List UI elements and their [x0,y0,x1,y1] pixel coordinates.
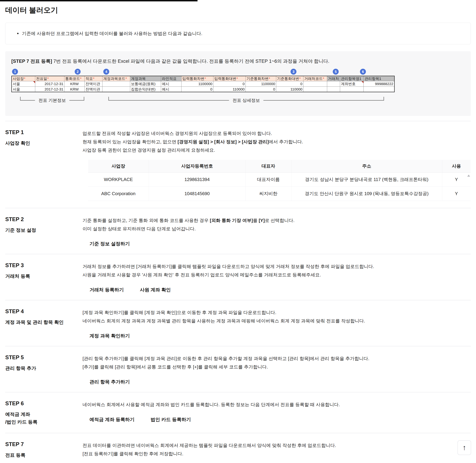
sheet-col-header: 기준통화대변* [276,76,303,81]
step-action-link[interactable]: 계정 과목 확인하기 [90,333,130,339]
sheet-col-label: 전표일 [36,77,47,80]
sheet-cell [303,87,327,92]
scroll-to-top-button[interactable]: ↑ [458,440,471,455]
step-ref-badge-4: 4 [103,69,109,75]
column-group-bracket: 전표 기본정보 [20,97,84,101]
sheet-cell: 0 [213,81,246,87]
sheet-col-label: 적요 [85,77,93,80]
workplace-header-row: 사업장사업자등록번호대표자주소사용 [88,160,471,172]
step-paragraph: [추가]를 클릭해 [관리 항목]에서 공통 코드를 선택한 후 [+]를 클릭… [82,363,471,371]
step-paragraph-text: 사업장 등록 권한이 없으면 경영지원 설정 관리자에게 요청하세요. [82,148,215,153]
step-paragraph: 업로드할 전표에 작성할 사업장은 네이버웍스 경영지원의 사업장으로 등록되어… [82,129,471,138]
sheet-col-label: 입력통화대변 [214,77,236,80]
step7-panel-lead-bold: [STEP 7 전표 등록] [11,59,52,64]
step-right-column: 업로드할 전표에 작성할 사업장은 네이버웍스 경영지원의 사업장으로 등록되어… [82,129,471,201]
step-section-2: STEP 2기준 정보 설정기준 통화를 설정하고, 기준 통화 외에 통화 코… [5,208,471,254]
workplace-cell: 대표자이름 [246,172,291,187]
step-right-column: [계정 과목 확인하기]를 클릭해 [계정 과목 확인]으로 이동한 후 계정 … [82,308,471,339]
sheet-row: 서울2017-12-31KRW잔액이관집합손익(대변)예시01100000110… [12,87,394,92]
sheet-col-header: 입력통화대변* [213,76,246,81]
sheet-body: 서울2017-12-31KRW잔액이관보통예금(원화)예시11000000110… [12,81,394,92]
workplace-col-header: 주소 [291,160,442,172]
step-ref-badge-5: 5 [333,69,339,75]
sheet-col-header: 입력통화차변* [182,76,213,81]
sheet-col-label: 거래처 [328,77,339,80]
sheet-cell: 집합손익(대변) [130,87,161,92]
sheet-header-row: 사업장*전표일*통화코드*적요*계정과목코드*계정과목라인적요입력통화차변*입력… [12,76,394,81]
sheet-cell: 999888222 [364,81,394,87]
step-action-link[interactable]: 기준 정보 설정하기 [90,241,130,247]
step-links-row: 예적금 계좌 등록하기법인 카드 등록하기 [82,417,471,423]
step-paragraph: 거래처 정보를 추가하려면 [거래처 등록하기]를 클릭해 템플릿 파일을 다운… [82,262,471,271]
step-paragraph-text: 사원을 거래처로 사용할 경우 '사원 계좌 확인' 후 전표 등록하기 업로드… [82,272,321,277]
step-section-5: STEP 5관리 항목 추가[관리 항목 추가하기]를 클릭해 [계정 과목 관… [5,346,471,392]
page: 데이터 불러오기 • 기존에 사용하던 프로그램에서 입력한 데이터를 불러와 … [0,0,476,463]
step-section-6: STEP 6예적금 계좌/법인 카드 등록네이버웍스 회계에서 사용할 예적금 … [5,392,471,433]
step-paragraph-text: 전표 데이터를 이관하려면 네이버웍스 회계에서 제공하는 템플릿 파일을 다운… [82,443,336,448]
step-action-link[interactable]: 사원 계좌 확인 [140,287,171,293]
step7-panel-lead: [STEP 7 전표 등록] 7번 전표 등록에서 다운로드한 Excel 파일… [11,58,465,64]
step-left-column: STEP 5관리 항목 추가 [5,354,82,385]
step-action-link[interactable]: 관리 항목 추가하기 [90,379,130,385]
step-section-3: STEP 3거래처 등록거래처 정보를 추가하려면 [거래처 등록하기]를 클릭… [5,254,471,300]
workplace-col-header: 사업자등록번호 [149,160,246,172]
bracket-label: 전표 기본정보 [35,98,69,103]
step-paragraph-text: 현재 등록되어 있는 사업장을 확인하고, 없으면 [82,139,178,144]
workplace-cell: 1048145690 [149,187,246,201]
step-left-column: STEP 1사업장 확인 [5,129,82,201]
sheet-cell: 예시 [161,87,182,92]
sheet-cell [327,81,340,87]
step-left-column: STEP 6예적금 계좌/법인 카드 등록 [5,401,82,426]
step-name: STEP 5 [5,354,82,361]
page-title: 데이터 불러오기 [5,0,471,15]
table-scrollbar-up-icon[interactable] [467,175,470,177]
sheet-col-label: 통화코드 [65,77,80,80]
step-paragraph: [전표 등록하기]를 클릭해 확인한 후에 저장합니다. [82,450,471,458]
step-subtitle-line: 사업장 확인 [5,139,82,147]
workplace-cell: 씨지비한 [246,187,291,201]
intro-note-box: • 기존에 사용하던 프로그램에서 입력한 데이터를 불러와 사용하는 방법은 … [5,23,471,44]
step-links-row: 계정 과목 확인하기 [82,333,471,339]
sheet-cell [340,87,364,92]
sheet-col-header: 사업장* [12,76,35,81]
step-paragraph-text: [관리 항목 추가하기]를 클릭해 [계정 과목 관리]로 이동한 후 관리 항… [82,356,369,361]
step-action-link[interactable]: 법인 카드 등록하기 [151,417,191,423]
step-action-link[interactable]: 거래처 등록하기 [90,287,124,293]
workplace-cell: Y [442,172,471,187]
workplace-table-wrap: 사업장사업자등록번호대표자주소사용WORKPLACE1298631394대표자이… [88,160,471,201]
workplace-cell: Y [442,187,471,201]
step-paragraph: 사원을 거래처로 사용할 경우 '사원 계좌 확인' 후 전표 등록하기 업로드… [82,271,471,279]
step7-example-panel: [STEP 7 전표 등록] 7번 전표 등록에서 다운로드한 Excel 파일… [5,51,471,116]
workplace-col-header: 대표자 [246,160,291,172]
step-subtitle-line: 관리 항목 추가 [5,365,82,372]
sheet-col-header: 전표일* [35,76,64,81]
workplace-cell: 경기도 성남시 분당구 분당내곡로 117 (백현동, 크래프톤타워) [291,172,442,187]
step-paragraph-text: 네이버웍스 회계의 계정 과목과 계정 과목별 관리 항목을 사용하는 계정 과… [82,318,365,323]
step-paragraph-text: 거래처 정보를 추가하려면 [거래처 등록하기]를 클릭해 템플릿 파일을 다운… [82,264,374,269]
required-asterisk: * [204,77,206,80]
step-right-column: [관리 항목 추가하기]를 클릭해 [계정 과목 관리]로 이동한 후 관리 항… [82,354,471,385]
step-subtitle: 기준 정보 설정 [5,226,82,234]
excel-sheet-area: 124356 사업장*전표일*통화코드*적요*계정과목코드*계정과목라인적요입력… [11,68,465,107]
sheet-col-label: 사업장 [13,77,24,80]
sheet-cell [303,81,327,87]
step-subtitle-line: 거래처 등록 [5,272,82,280]
step-paragraph: 이미 설정한 상태로 유지하려면 다음 단계로 넘어갑니다. [82,225,471,233]
sheet-col-label: 관리항목명1 [341,77,361,80]
step-paragraph-text: [전표 등록하기]를 클릭해 확인한 후에 저장합니다. [82,451,183,456]
step-paragraph-text: 로 선택합니다. [265,218,294,223]
required-asterisk: * [24,77,25,80]
badge-layer: 124356 [11,68,465,76]
bracket-layer: 전표 기본정보전표 상세정보 [11,95,465,107]
step-section-1: STEP 1사업장 확인업로드할 전표에 작성할 사업장은 네이버웍스 경영지원… [5,121,471,208]
intro-note-text: 기존에 사용하던 프로그램에서 입력한 데이터를 불러와 사용하는 방법은 다음… [22,31,202,36]
sheet-col-header: 관리항목1 [364,76,394,81]
step-paragraph-text: 기준 통화를 설정하고, 기준 통화 외에 통화 코드를 사용한 경우 [82,218,210,223]
step-paragraph: 기준 통화를 설정하고, 기준 통화 외에 통화 코드를 사용한 경우 [외화 … [82,216,471,225]
sheet-cell: 보통예금(원화) [130,81,161,87]
step-paragraph: 현재 등록되어 있는 사업장을 확인하고, 없으면 [경영지원 설정] > [회… [82,138,471,146]
step-paragraph: 전표 데이터를 이관하려면 네이버웍스 회계에서 제공하는 템플릿 파일을 다운… [82,441,471,450]
step-links-row: 기준 정보 설정하기 [82,241,471,247]
sheet-col-label: 입력통화차변 [182,77,204,80]
step-action-link[interactable]: 예적금 계좌 등록하기 [90,417,135,423]
